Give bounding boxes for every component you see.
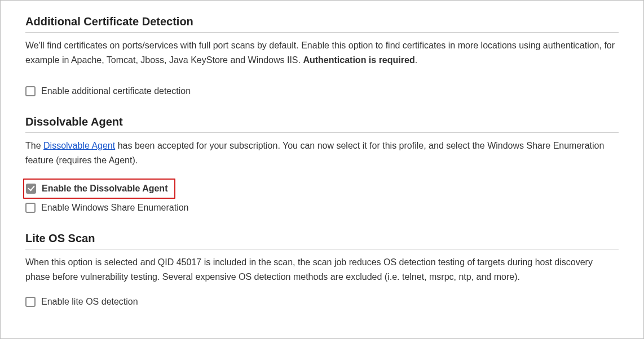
desc-bold: Authentication is required [303, 55, 414, 65]
section-heading-cert: Additional Certificate Detection [25, 13, 619, 33]
options-cert: Enable additional certificate detection [25, 84, 619, 99]
checkbox-row-enable-agent: Enable the Dissolvable Agent [26, 181, 167, 196]
section-lite-os-scan: Lite OS Scan When this option is selecte… [25, 230, 619, 310]
checkbox-label-enable-winshare[interactable]: Enable Windows Share Enumeration [41, 201, 188, 215]
section-desc-lite: When this option is selected and QID 450… [25, 255, 619, 285]
checkbox-enable-agent[interactable] [26, 184, 36, 194]
section-heading-agent: Dissolvable Agent [25, 113, 619, 133]
checkbox-enable-winshare[interactable] [25, 203, 36, 213]
highlight-enable-agent: Enable the Dissolvable Agent [23, 179, 175, 199]
checkbox-enable-additional-cert[interactable] [25, 86, 36, 96]
options-lite: Enable lite OS detection [25, 295, 619, 309]
checkbox-row-enable-lite: Enable lite OS detection [25, 295, 619, 309]
dissolvable-agent-link[interactable]: Dissolvable Agent [43, 141, 115, 150]
section-desc-cert: We'll find certificates on ports/service… [25, 38, 619, 68]
checkbox-label-enable-additional-cert[interactable]: Enable additional certificate detection [41, 84, 191, 98]
desc-text-pre: The [25, 141, 43, 150]
section-heading-lite: Lite OS Scan [25, 230, 619, 249]
options-agent: Enable the Dissolvable Agent Enable Wind… [25, 179, 619, 215]
section-additional-cert-detection: Additional Certificate Detection We'll f… [25, 13, 619, 99]
desc-end: . [415, 55, 417, 65]
settings-panel: Additional Certificate Detection We'll f… [0, 0, 644, 339]
checkbox-label-enable-agent[interactable]: Enable the Dissolvable Agent [42, 182, 167, 195]
checkbox-enable-lite[interactable] [25, 297, 36, 307]
checkbox-label-enable-lite[interactable]: Enable lite OS detection [41, 295, 138, 309]
checkbox-row-enable-additional-cert: Enable additional certificate detection [25, 84, 619, 99]
checkbox-row-enable-winshare: Enable Windows Share Enumeration [25, 200, 619, 215]
section-desc-agent: The Dissolvable Agent has been accepted … [25, 139, 619, 168]
section-dissolvable-agent: Dissolvable Agent The Dissolvable Agent … [25, 113, 619, 215]
